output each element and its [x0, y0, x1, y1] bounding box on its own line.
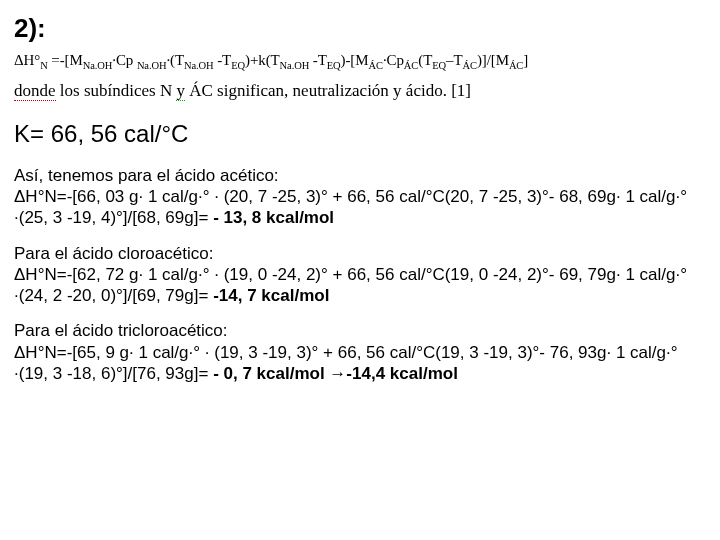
acid-block-chloroacetic: Para el ácido cloroacético: ΔH°N=-[62, 7… — [14, 243, 706, 307]
acid-lead: Para el ácido tricloroacético: — [14, 321, 228, 340]
acid-lead: Así, tenemos para el ácido acético: — [14, 166, 279, 185]
acid-calc: ΔH°N=-[62, 72 g· 1 cal/g·° · (19, 0 -24,… — [14, 265, 687, 305]
acid-result: - 13, 8 kcal/mol — [213, 208, 334, 227]
acid-block-trichloroacetic: Para el ácido tricloroacético: ΔH°N=-[65… — [14, 320, 706, 384]
acid-block-acetic: Así, tenemos para el ácido acético: ΔH°N… — [14, 165, 706, 229]
acid-lead: Para el ácido cloroacético: — [14, 244, 213, 263]
where-mid: los subíndices N — [56, 81, 177, 100]
acid-calc: ΔH°N=-[66, 03 g· 1 cal/g·° · (20, 7 -25,… — [14, 187, 687, 227]
k-constant: K= 66, 56 cal/°C — [14, 119, 706, 149]
where-rest: ÁC significan, neutralización y ácido. [… — [185, 81, 471, 100]
where-y: y — [176, 81, 185, 101]
where-line: donde los subíndices N y ÁC significan, … — [14, 80, 706, 101]
arrow-icon: → — [329, 364, 346, 383]
main-formula: ΔH°N =-[MNa.OH·Cp Na.OH·(TNa.OH -TEQ)+k(… — [14, 51, 706, 72]
acid-result: -14, 7 kcal/mol — [213, 286, 329, 305]
acid-result: - 0, 7 kcal/mol — [213, 364, 329, 383]
acid-result-corrected: -14,4 kcal/mol — [346, 364, 458, 383]
section-heading: 2): — [14, 12, 706, 45]
where-donde: donde — [14, 81, 56, 101]
